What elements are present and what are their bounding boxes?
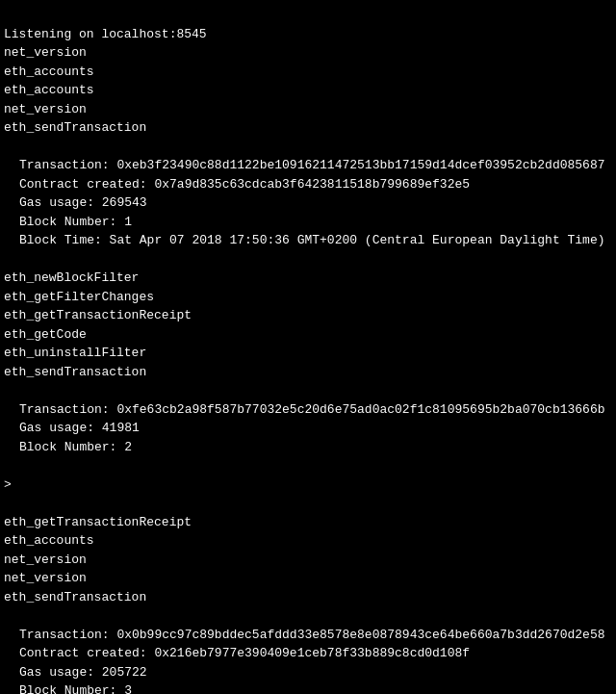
indented-line: Transaction: 0xeb3f23490c88d1122be109162… — [4, 156, 612, 175]
terminal-line: eth_getTransactionReceipt — [4, 513, 612, 532]
prompt-line: > — [4, 476, 612, 495]
terminal-line: eth_uninstallFilter — [4, 344, 612, 363]
indented-line: Transaction: 0xfe63cb2a98f587b77032e5c20… — [4, 400, 612, 420]
terminal-line: Listening on localhost:8545 — [4, 25, 612, 44]
terminal-line: eth_sendTransaction — [4, 118, 612, 138]
terminal-line: net_version — [4, 551, 612, 570]
terminal-line: net_version — [4, 43, 612, 63]
terminal-output: Listening on localhost:8545net_versionet… — [0, 0, 616, 694]
terminal-line: eth_accounts — [4, 81, 612, 100]
terminal-line: eth_getFilterChanges — [4, 288, 612, 307]
terminal-line: net_version — [4, 100, 612, 119]
blank-line — [4, 250, 612, 270]
terminal-line: eth_sendTransaction — [4, 588, 612, 607]
blank-line — [4, 381, 612, 400]
indented-line: Transaction: 0x0b99cc97c89bddec5afddd33e… — [4, 626, 612, 645]
terminal-line: eth_newBlockFilter — [4, 269, 612, 288]
indented-line: Gas usage: 41981 — [4, 419, 612, 438]
indented-line: Block Number: 2 — [4, 438, 612, 457]
indented-line: Contract created: 0x216eb7977e390409e1ce… — [4, 644, 612, 663]
terminal-line: eth_accounts — [4, 63, 612, 82]
blank-line — [4, 606, 612, 626]
indented-line: Gas usage: 269543 — [4, 193, 612, 213]
terminal-line: net_version — [4, 569, 612, 588]
indented-line: Contract created: 0x7a9d835c63cdcab3f642… — [4, 175, 612, 194]
terminal-line: eth_sendTransaction — [4, 363, 612, 382]
indented-line: Block Number: 3 — [4, 681, 612, 694]
indented-line: Block Time: Sat Apr 07 2018 17:50:36 GMT… — [4, 231, 612, 250]
terminal-line: eth_accounts — [4, 531, 612, 551]
terminal-line: eth_getCode — [4, 325, 612, 345]
blank-line — [4, 456, 612, 476]
indented-line: Gas usage: 205722 — [4, 663, 612, 682]
blank-line — [4, 494, 612, 513]
terminal-line: eth_getTransactionReceipt — [4, 306, 612, 325]
indented-line: Block Number: 1 — [4, 213, 612, 232]
blank-line — [4, 138, 612, 157]
